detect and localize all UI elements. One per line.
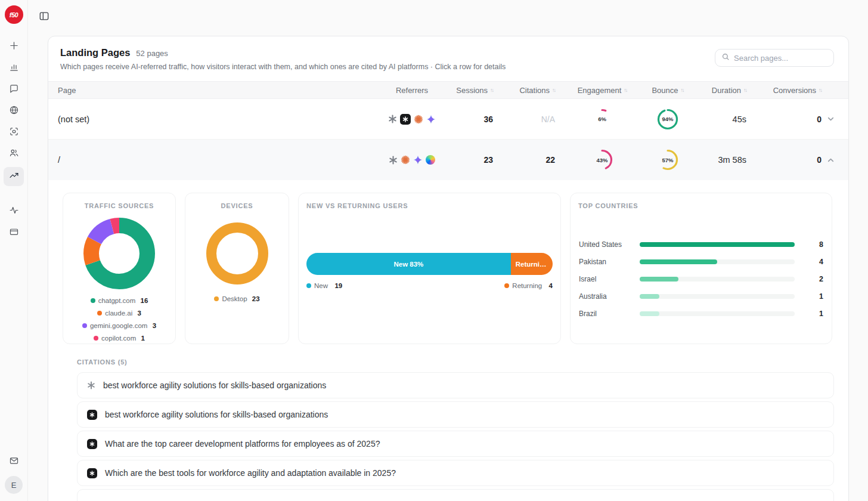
country-label: United States (579, 240, 631, 249)
row-details-panel: TRAFFIC SOURCES chatgpt.com 16claude.ai … (48, 180, 848, 501)
column-label: Sessions (456, 86, 488, 95)
citations-list: best workforce agility solutions for ski… (77, 372, 834, 501)
bar-segment-new: New 83% (306, 253, 511, 275)
card-header: Landing Pages 52 pages Which pages recei… (48, 36, 848, 81)
globe-icon (9, 105, 19, 117)
sort-icon[interactable]: ↑↓ (681, 87, 684, 93)
sessions-cell: 23 (451, 155, 493, 165)
citation-row[interactable]: best workforce agility solutions for ski… (77, 372, 834, 398)
new-vs-returning-card: NEW VS RETURNING USERS New 83%Returning … (298, 193, 561, 344)
page-cell: / (58, 155, 373, 165)
legend-item: Desktop 23 (214, 295, 259, 302)
column-header-referrers: Referrers (373, 86, 451, 95)
users-icon (9, 148, 19, 160)
engagement-cell: 6% (555, 108, 649, 131)
scan-icon (9, 126, 19, 139)
column-label: Bounce (652, 86, 678, 95)
top-countries-list: United States8Pakistan4Israel2Australia1… (571, 240, 832, 318)
claude-icon (401, 155, 410, 165)
user-avatar[interactable]: E (5, 476, 23, 494)
sidebar-item-analytics[interactable] (5, 60, 23, 76)
legend-item: claude.ai 3 (97, 310, 141, 317)
brand-logo[interactable]: f50 (5, 5, 23, 24)
sidebar-item-activity[interactable] (5, 203, 23, 219)
search-icon (721, 52, 730, 63)
sidebar-item-scan[interactable] (5, 124, 23, 141)
devices-card: DEVICES Desktop 23 (185, 193, 289, 344)
citation-text: Which are the best tools for workforce a… (105, 468, 396, 478)
column-label: Referrers (396, 86, 428, 95)
openai-icon (389, 156, 398, 165)
column-header-duration[interactable]: Duration↑↓ (686, 86, 746, 95)
page-count: 52 pages (136, 49, 168, 58)
citations-cell: 22 (493, 155, 555, 165)
new-button[interactable] (5, 38, 23, 55)
country-value: 1 (803, 310, 823, 318)
search-box[interactable] (715, 49, 834, 67)
country-label: Brazil (579, 310, 631, 318)
landing-pages-card: Landing Pages 52 pages Which pages recei… (48, 36, 849, 501)
sidebar-item-trends[interactable] (4, 167, 24, 186)
claude-app-icon (87, 410, 97, 420)
column-header-engagement[interactable]: Engagement↑↓ (555, 86, 649, 95)
panel-left-icon (38, 14, 50, 24)
column-header-citations[interactable]: Citations↑↓ (493, 86, 555, 95)
citation-row[interactable]: Which are the best tools for workforce a… (77, 460, 834, 486)
country-row: United States8 (571, 240, 832, 249)
mail-button[interactable] (5, 453, 23, 470)
page-cell: (not set) (58, 115, 373, 124)
engagement-ring: 6% (591, 108, 613, 131)
sidebar-item-audience[interactable] (5, 146, 23, 162)
legend-item: copilot.com 1 (94, 335, 145, 342)
sidebar-item-web[interactable] (5, 103, 23, 119)
plus-icon (9, 41, 19, 53)
column-header-sessions[interactable]: Sessions↑↓ (451, 86, 493, 95)
new-vs-returning-legend: New 19Returning 4 (306, 282, 553, 289)
chevron-up-icon[interactable] (822, 156, 840, 164)
citation-row[interactable]: What are the top career development plat… (77, 431, 834, 457)
chevron-down-icon[interactable] (822, 115, 840, 123)
citation-row[interactable]: best workforce agility solutions for ski… (77, 401, 834, 428)
column-header-bounce[interactable]: Bounce↑↓ (649, 86, 686, 95)
country-value: 8 (803, 240, 823, 249)
duration-cell: 45s (686, 115, 746, 124)
sidebar-item-chat[interactable] (5, 81, 23, 98)
bar-chart-icon (9, 62, 19, 75)
bounce-ring: 57% (656, 149, 679, 171)
country-label: Pakistan (579, 258, 631, 266)
claude-app-icon (400, 114, 411, 125)
traffic-sources-title: TRAFFIC SOURCES (63, 202, 175, 209)
table-row[interactable]: (not set)36N/A6%94%45s0 (48, 99, 848, 140)
country-value: 4 (803, 258, 823, 266)
claude-app-icon (87, 439, 97, 449)
legend-item: chatgpt.com 16 (91, 297, 148, 304)
app-window: f50 (0, 0, 868, 501)
sidebar-toggle-button[interactable] (38, 10, 50, 22)
sidebar: f50 (0, 0, 28, 501)
country-row: Brazil1 (571, 310, 832, 318)
top-countries-title: TOP COUNTRIES (571, 202, 832, 209)
search-input[interactable] (734, 54, 823, 63)
citations-cell: N/A (493, 115, 555, 124)
gemini-icon (413, 155, 423, 165)
country-row: Pakistan4 (571, 258, 832, 266)
legend-item: Returning 4 (504, 282, 553, 289)
mail-icon (9, 456, 19, 468)
column-header-conversions[interactable]: Conversions↑↓ (746, 86, 822, 95)
column-label: Page (58, 86, 76, 95)
country-bar-track (640, 294, 795, 299)
devices-donut (185, 222, 289, 284)
country-label: Israel (579, 275, 631, 283)
traffic-sources-card: TRAFFIC SOURCES chatgpt.com 16claude.ai … (63, 193, 176, 344)
table-header: PageReferrersSessions↑↓Citations↑↓Engage… (48, 81, 848, 99)
column-label: Engagement (578, 86, 622, 95)
country-label: Australia (579, 292, 631, 301)
sort-icon[interactable]: ↑↓ (624, 87, 627, 93)
sidebar-item-billing[interactable] (5, 224, 23, 241)
bounce-ring: 94% (656, 108, 679, 131)
table-row[interactable]: /232243%57%3m 58s0 (48, 140, 848, 180)
citation-row[interactable] (77, 489, 834, 501)
sort-icon[interactable]: ↑↓ (819, 87, 822, 93)
column-header-page: Page (58, 86, 373, 95)
citation-text: best workforce agility solutions for ski… (105, 410, 328, 419)
